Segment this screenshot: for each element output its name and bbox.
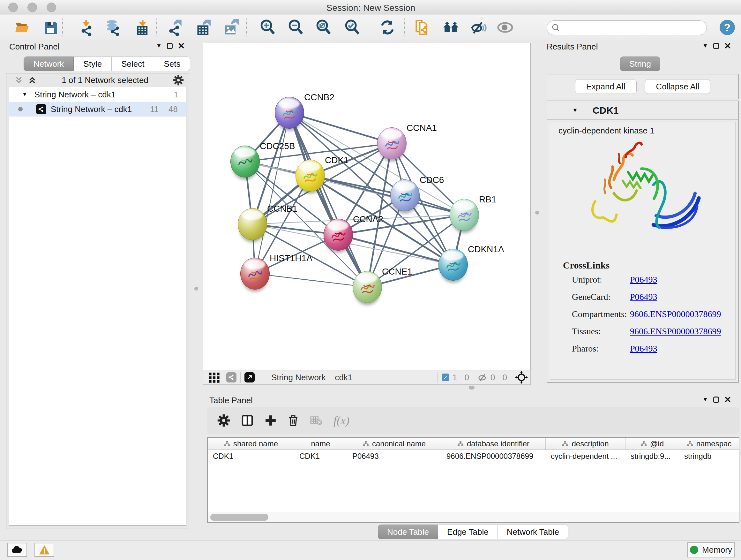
protein-collapse-icon[interactable]: ▼ [572, 107, 578, 114]
tab-node-table[interactable]: Node Table [378, 524, 438, 539]
crosslink-link[interactable]: 9606.ENSP00000378699 [630, 326, 721, 336]
zoom-in-icon[interactable] [259, 19, 276, 36]
show-columns-icon[interactable] [241, 414, 254, 427]
save-session-icon[interactable] [43, 19, 59, 36]
results-panel-close-icon[interactable]: ✕ [724, 43, 731, 49]
column-header-description[interactable]: description [546, 438, 625, 449]
collapse-all-icon[interactable] [14, 75, 23, 85]
crosslink-link[interactable]: P06493 [630, 344, 657, 354]
eye-slash-icon[interactable] [470, 19, 487, 36]
export-image-icon[interactable] [223, 19, 240, 36]
warnings-button[interactable] [35, 543, 54, 557]
network-node-ccna2[interactable] [324, 219, 353, 251]
zoom-fit-icon[interactable] [315, 19, 332, 36]
home-icon[interactable] [443, 19, 459, 36]
import-network-from-database-icon[interactable] [105, 19, 122, 36]
table-cell[interactable]: stringdb:9... [625, 452, 679, 461]
network-collection-row[interactable]: ▼ String Network – cdk1 1 [9, 87, 186, 102]
column-header-namespac[interactable]: namespac [679, 438, 739, 449]
search-input[interactable] [563, 23, 697, 32]
right-splitter-handle[interactable] [535, 211, 539, 214]
expand-all-button[interactable]: Expand All [575, 79, 636, 94]
collapse-all-button[interactable]: Collapse All [645, 79, 711, 94]
eye-icon[interactable] [497, 19, 514, 36]
results-panel-menu-icon[interactable]: ▼ [702, 43, 708, 49]
column-header-databaseidentifier[interactable]: database identifier [441, 438, 546, 449]
tab-network-table[interactable]: Network Table [498, 524, 568, 539]
node-label-cdk1: CDK1 [325, 155, 349, 165]
fit-selected-crosshair-icon[interactable] [515, 371, 528, 384]
birds-eye-view-icon[interactable] [245, 372, 255, 382]
network-node-cdkn1a[interactable] [439, 249, 468, 281]
table-horizontal-scrollbar[interactable] [208, 512, 739, 522]
network-node-rb1[interactable] [450, 199, 479, 231]
network-node-hist1h1a[interactable] [240, 258, 270, 290]
table-cell[interactable]: CDK1 [294, 452, 347, 461]
tab-style[interactable]: Style [74, 57, 112, 71]
scrollbar-thumb[interactable] [210, 514, 268, 521]
network-node-cdc6[interactable] [390, 179, 420, 211]
tab-select[interactable]: Select [112, 57, 154, 71]
memory-button[interactable]: Memory [687, 542, 735, 557]
export-network-icon[interactable] [167, 19, 184, 36]
collection-expand-icon[interactable]: ▼ [22, 91, 27, 98]
grid-view-icon[interactable] [208, 371, 220, 384]
table-row[interactable]: CDK1CDK1P064939606.ENSP00000378699cyclin… [208, 450, 739, 462]
import-table-icon[interactable] [134, 19, 151, 36]
network-node-ccnb1[interactable] [238, 208, 267, 240]
table-cell[interactable]: stringdb [679, 452, 739, 461]
zoom-out-icon[interactable] [287, 19, 304, 36]
table-cell[interactable]: 9606.ENSP00000378699 [441, 452, 546, 461]
tab-sets[interactable]: Sets [154, 57, 190, 71]
bottom-splitter-handle[interactable] [469, 386, 475, 389]
network-node-ccnb2[interactable] [275, 97, 304, 129]
network-options-gear-icon[interactable] [173, 75, 184, 85]
table-panel-menu-icon[interactable]: ▼ [702, 396, 708, 403]
refresh-icon[interactable] [379, 19, 396, 36]
delete-column-icon[interactable] [287, 414, 299, 427]
crosslink-link[interactable]: 9606.ENSP00000378699 [630, 309, 721, 319]
table-panel-float-icon[interactable] [713, 396, 719, 403]
tab-string[interactable]: String [620, 57, 660, 71]
control-panel-close-icon[interactable]: ✕ [178, 43, 185, 49]
table-cell[interactable]: cyclin-dependent ... [546, 452, 625, 461]
network-view-string-icon[interactable] [226, 372, 237, 382]
network-node-cdk1[interactable] [295, 160, 325, 192]
expand-all-icon[interactable] [27, 75, 37, 85]
create-column-icon[interactable] [265, 415, 277, 427]
column-header-sharedname[interactable]: shared name [208, 438, 294, 449]
protein-card-header[interactable]: ▼ CDK1 [547, 101, 738, 120]
crosslink-label: Uniprot: [572, 274, 630, 285]
crosslink-row: Compartments:9606.ENSP00000378699 [572, 309, 721, 319]
tab-network[interactable]: Network [23, 57, 74, 71]
table-cell[interactable]: CDK1 [208, 452, 294, 461]
hidden-eye-slash-icon[interactable] [477, 373, 488, 382]
network-canvas[interactable]: CCNB2CCNA1CDC25BCDK1CDC6RB1CCNB1CCNA2CDK… [203, 43, 531, 370]
control-panel-float-icon[interactable] [167, 43, 173, 49]
network-panel: 1 of 1 Network selected ▼ String Network… [6, 73, 189, 528]
open-session-icon[interactable] [14, 19, 30, 36]
zoom-selected-icon[interactable] [344, 19, 360, 36]
column-header-canonicalname[interactable]: canonical name [347, 438, 441, 449]
network-node-ccna1[interactable] [377, 127, 407, 159]
crosslink-link[interactable]: P06493 [630, 274, 657, 285]
cloud-button[interactable] [7, 543, 27, 557]
column-header-id[interactable]: @id [625, 438, 679, 449]
results-panel-float-icon[interactable] [713, 43, 719, 49]
network-row[interactable]: String Network – cdk1 11 48 [9, 102, 186, 117]
network-node-ccne1[interactable] [353, 271, 382, 303]
export-table-icon[interactable] [195, 19, 212, 36]
left-splitter-handle[interactable] [194, 287, 198, 291]
help-button[interactable]: ? [720, 20, 735, 35]
table-options-gear-icon[interactable] [217, 414, 230, 427]
tab-edge-table[interactable]: Edge Table [438, 524, 498, 539]
table-cell[interactable]: P06493 [347, 452, 441, 461]
string-documents-icon[interactable] [414, 19, 431, 36]
selected-nodes-checkbox[interactable]: ✓ [442, 374, 449, 381]
network-node-cdc25b[interactable] [230, 145, 260, 178]
import-network-icon[interactable] [78, 19, 95, 36]
control-panel-menu-icon[interactable]: ▼ [156, 43, 162, 49]
crosslink-link[interactable]: P06493 [630, 292, 657, 302]
column-header-name[interactable]: name [294, 438, 347, 449]
table-panel-close-icon[interactable]: ✕ [724, 396, 731, 403]
